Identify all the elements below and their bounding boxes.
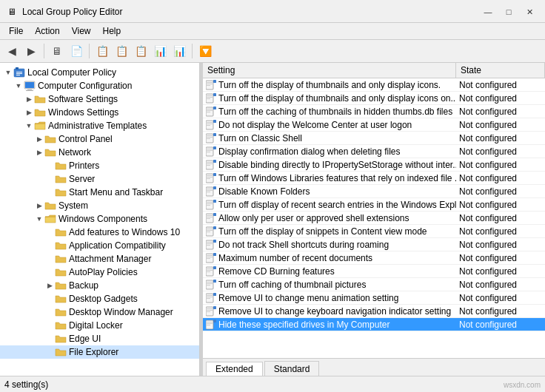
row-icon-13 <box>206 240 216 250</box>
toolbar: ◀ ▶ 🖥 📄 📋 📋 📋 📊 📊 🔽 <box>0 40 545 63</box>
list-row[interactable]: Maximum number of recent documentsNot co… <box>203 251 545 265</box>
cell-setting-14: Maximum number of recent documents <box>203 253 456 263</box>
list-row[interactable]: Display confirmation dialog when deletin… <box>203 145 545 158</box>
tree-item-desktop-gadgets[interactable]: ▶ Desktop Gadgets <box>0 292 199 305</box>
tree-item-network[interactable]: ▶ Network <box>0 146 199 159</box>
main-area: ▼ Local Computer Policy ▼ Computer Confi… <box>0 63 545 376</box>
tree-item-file-explorer[interactable]: ▶ File Explorer <box>0 345 199 359</box>
tree-item-administrative-templates[interactable]: ▼ Administrative Templates <box>0 119 199 132</box>
list-row[interactable]: Turn off the display of thumbnails and o… <box>203 78 545 92</box>
list-row[interactable]: Turn off the display of thumbnails and o… <box>203 92 545 105</box>
back-button[interactable]: ◀ <box>3 42 21 60</box>
svg-rect-102 <box>207 325 210 325</box>
toolbar-btn-3[interactable]: 📋 <box>93 42 111 60</box>
toggle-backup[interactable]: ▶ <box>44 280 55 291</box>
cell-setting-7: Disable binding directly to IPropertySet… <box>203 160 456 170</box>
tree-item-desktop-window-manager[interactable]: ▶ Desktop Window Manager <box>0 305 199 319</box>
tree-item-system[interactable]: ▶ System <box>0 199 199 212</box>
toggle-network[interactable]: ▶ <box>34 147 44 158</box>
menu-file[interactable]: File <box>3 24 29 38</box>
list-row[interactable]: Remove CD Burning featuresNot configured <box>203 265 545 278</box>
tree-item-app-compat[interactable]: ▶ Application Compatibility <box>0 239 199 252</box>
label-start-menu: Start Menu and Taskbar <box>69 187 163 197</box>
svg-rect-10 <box>207 82 213 83</box>
forward-button[interactable]: ▶ <box>22 42 40 60</box>
svg-rect-11 <box>207 84 213 84</box>
tree-item-backup[interactable]: ▶ Backup <box>0 279 199 292</box>
close-button[interactable]: ✕ <box>520 4 539 19</box>
toolbar-separator-3 <box>192 44 193 58</box>
toolbar-btn-6[interactable]: 📊 <box>151 42 169 60</box>
col-header-state[interactable]: State <box>456 63 545 78</box>
list-row[interactable]: Turn off Windows Libraries features that… <box>203 172 545 185</box>
toggle-windows-settings[interactable]: ▶ <box>24 107 34 118</box>
tree-item-attachment-manager[interactable]: ▶ Attachment Manager <box>0 252 199 266</box>
menu-help[interactable]: Help <box>97 24 127 38</box>
tree-item-printers[interactable]: ▶ Printers <box>0 159 199 172</box>
toggle-software-settings[interactable]: ▶ <box>24 94 34 104</box>
menu-action[interactable]: Action <box>29 24 65 38</box>
toggle-system[interactable]: ▶ <box>34 200 44 211</box>
tree-item-add-features[interactable]: ▶ Add features to Windows 10 <box>0 226 199 239</box>
cell-setting-3: Turn off the caching of thumbnails in hi… <box>203 107 456 117</box>
col-header-setting[interactable]: Setting <box>203 63 456 78</box>
list-row[interactable]: Remove UI to change keyboard navigation … <box>203 305 545 318</box>
cell-setting-text-3: Turn off the caching of thumbnails in hi… <box>218 107 452 117</box>
tab-extended[interactable]: Extended <box>206 362 263 376</box>
toggle-computer-configuration[interactable]: ▼ <box>13 81 24 91</box>
toggle-local-computer-policy[interactable]: ▼ <box>3 67 13 78</box>
tree-item-autoplay[interactable]: ▶ AutoPlay Policies <box>0 266 199 279</box>
toggle-windows-components[interactable]: ▼ <box>34 214 44 224</box>
maximize-button[interactable]: □ <box>499 4 518 19</box>
toggle-administrative-templates[interactable]: ▼ <box>24 121 34 131</box>
toggle-control-panel[interactable]: ▶ <box>34 134 44 144</box>
minimize-button[interactable]: — <box>478 4 498 19</box>
list-row[interactable]: Turn off the caching of thumbnails in hi… <box>203 105 545 118</box>
tab-standard[interactable]: Standard <box>264 361 320 376</box>
tree-item-digital-locker[interactable]: ▶ Digital Locker <box>0 319 199 332</box>
toolbar-btn-5[interactable]: 📋 <box>132 42 150 60</box>
cell-state-19: Not configured <box>456 320 545 330</box>
svg-rect-96 <box>207 310 213 311</box>
tree-item-windows-settings[interactable]: ▶ Windows Settings <box>0 106 199 119</box>
cell-state-8: Not configured <box>456 173 545 183</box>
tree-item-software-settings[interactable]: ▶ Software Settings <box>0 92 199 106</box>
tree-item-windows-components[interactable]: ▼ Windows Components <box>0 212 199 226</box>
folder-icon-attachment <box>55 253 67 265</box>
list-row[interactable]: Allow only per user or approved shell ex… <box>203 212 545 225</box>
svg-rect-38 <box>213 146 216 149</box>
cell-setting-text-13: Do not track Shell shortcuts during roam… <box>218 240 389 250</box>
list-row[interactable]: Disable Known FoldersNot configured <box>203 185 545 198</box>
computer-icon <box>24 80 36 92</box>
list-row[interactable]: Turn off display of recent search entrie… <box>203 198 545 212</box>
svg-rect-100 <box>207 322 213 322</box>
cell-setting-11: Allow only per user or approved shell ex… <box>203 213 456 223</box>
row-icon-12 <box>206 226 216 237</box>
list-row[interactable]: Do not track Shell shortcuts during roam… <box>203 238 545 251</box>
svg-rect-1 <box>16 67 19 70</box>
toolbar-btn-7[interactable]: 📊 <box>170 42 188 60</box>
label-app-compat: Application Compatibility <box>69 240 166 251</box>
list-row[interactable]: Turn on Classic ShellNot configured <box>203 132 545 145</box>
tree-item-computer-configuration[interactable]: ▼ Computer Configuration <box>0 79 199 92</box>
tree-item-server[interactable]: ▶ Server <box>0 172 199 186</box>
show-hide-button[interactable]: 🖥 <box>48 42 66 60</box>
list-row[interactable]: Hide these specified drives in My Comput… <box>203 318 545 331</box>
list-row[interactable]: Turn off the display of snippets in Cont… <box>203 225 545 238</box>
cell-setting-text-6: Display confirmation dialog when deletin… <box>218 146 400 157</box>
tree-item-edge-ui[interactable]: ▶ Edge UI <box>0 332 199 345</box>
svg-rect-23 <box>213 107 216 109</box>
new-window-button[interactable]: 📄 <box>67 42 85 60</box>
list-row[interactable]: Remove UI to change menu animation setti… <box>203 291 545 305</box>
tree-item-start-menu[interactable]: ▶ Start Menu and Taskbar <box>0 186 199 199</box>
row-icon-2 <box>206 93 216 104</box>
list-row[interactable]: Turn off caching of thumbnail picturesNo… <box>203 278 545 291</box>
tree-item-control-panel[interactable]: ▶ Control Panel <box>0 132 199 146</box>
toolbar-btn-4[interactable]: 📋 <box>113 42 130 60</box>
tree-item-local-computer-policy[interactable]: ▼ Local Computer Policy <box>0 66 199 79</box>
list-row[interactable]: Disable binding directly to IPropertySet… <box>203 158 545 172</box>
list-row[interactable]: Do not display the Welcome Center at use… <box>203 118 545 132</box>
filter-button[interactable]: 🔽 <box>196 42 214 60</box>
menu-view[interactable]: View <box>66 24 97 38</box>
cell-setting-text-8: Turn off Windows Libraries features that… <box>218 173 456 183</box>
